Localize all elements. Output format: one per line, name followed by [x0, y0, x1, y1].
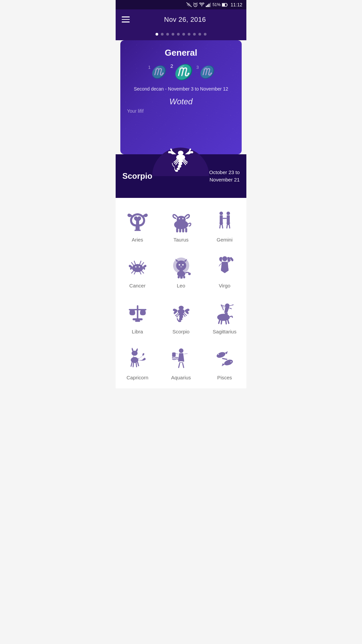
- banner-preview-1: Wo​​​​​​​​ted: [127, 97, 235, 106]
- svg-point-9: [178, 151, 184, 155]
- svg-rect-18: [179, 228, 181, 232]
- capricorn-label: Capricorn: [126, 375, 148, 380]
- dot-9[interactable]: [198, 33, 201, 36]
- zodiac-item-aries[interactable]: Aries: [116, 201, 159, 247]
- page-indicator: [116, 30, 246, 40]
- libra-label: Libra: [132, 329, 143, 334]
- cancer-label: Cancer: [129, 283, 145, 288]
- svg-point-52: [179, 264, 180, 266]
- svg-line-85: [228, 320, 229, 323]
- scorpio-grid-label: Scorpio: [173, 329, 190, 334]
- header-date: Nov 26, 2016: [130, 16, 240, 23]
- svg-rect-47: [178, 276, 180, 278]
- svg-point-96: [216, 351, 226, 359]
- gemini-icon: [211, 207, 238, 234]
- svg-point-42: [138, 266, 140, 267]
- dot-6[interactable]: [182, 33, 185, 36]
- status-icons: 51% 11:12: [186, 2, 242, 7]
- svg-rect-61: [129, 309, 146, 310]
- svg-point-21: [179, 221, 183, 223]
- decan-subtitle: Second decan - November 3 to November 12: [127, 86, 235, 92]
- svg-point-92: [179, 348, 183, 353]
- svg-rect-50: [183, 276, 185, 278]
- battery-level: 51%: [213, 2, 221, 7]
- capricorn-icon: [124, 345, 151, 372]
- decan-2: 2♏: [170, 63, 191, 81]
- taurus-label: Taurus: [173, 237, 188, 243]
- zodiac-item-leo[interactable]: Leo: [159, 247, 203, 293]
- svg-line-64: [140, 310, 141, 310]
- dot-8[interactable]: [193, 33, 196, 36]
- svg-line-88: [131, 362, 132, 366]
- svg-line-82: [219, 320, 220, 323]
- svg-point-12: [178, 165, 181, 168]
- svg-point-51: [188, 272, 191, 275]
- svg-point-99: [230, 361, 231, 362]
- zodiac-item-pisces[interactable]: Pisces: [203, 339, 246, 385]
- zodiac-item-aquarius[interactable]: Aquarius: [159, 339, 203, 385]
- svg-point-67: [179, 306, 184, 310]
- zodiac-item-capricorn[interactable]: Capricorn: [116, 339, 159, 385]
- zodiac-item-libra[interactable]: Libra: [116, 293, 159, 339]
- svg-line-89: [133, 363, 134, 367]
- svg-point-53: [182, 264, 184, 266]
- app-header: Nov 26, 2016: [116, 9, 246, 30]
- svg-point-11: [178, 162, 182, 165]
- banner-preview-2: Y​our lif​i​​​​​​​​​​​​​​​​​​​​​​​​​​​f: [127, 108, 235, 117]
- virgo-label: Virgo: [219, 283, 231, 288]
- banner-card: General 1♏ 2♏ 3♏ Second decan - November…: [120, 40, 242, 154]
- svg-rect-46: [179, 270, 183, 273]
- aquarius-icon: [168, 345, 194, 372]
- pisces-icon: [211, 345, 238, 372]
- dot-4[interactable]: [172, 33, 174, 36]
- svg-line-38: [134, 271, 136, 274]
- svg-line-36: [141, 262, 144, 266]
- svg-line-37: [131, 270, 134, 273]
- zodiac-item-gemini[interactable]: Gemini: [203, 201, 246, 247]
- dot-5[interactable]: [177, 33, 180, 36]
- svg-rect-17: [176, 228, 178, 232]
- svg-rect-5: [210, 3, 211, 7]
- pisces-label: Pisces: [217, 375, 232, 380]
- sagittarius-label: Sagittarius: [213, 329, 237, 334]
- menu-button[interactable]: [122, 16, 130, 22]
- zodiac-item-sagittarius[interactable]: Sagittarius: [203, 293, 246, 339]
- svg-point-22: [179, 218, 180, 219]
- svg-rect-60: [135, 320, 140, 322]
- svg-point-54: [180, 266, 182, 268]
- svg-rect-7: [222, 4, 225, 6]
- zodiac-item-cancer[interactable]: Cancer: [116, 247, 159, 293]
- svg-rect-49: [180, 276, 182, 279]
- zodiac-item-taurus[interactable]: Taurus: [159, 201, 203, 247]
- status-bar: 51% 11:12: [116, 0, 246, 9]
- svg-point-13: [177, 168, 180, 170]
- dot-1[interactable]: [156, 33, 158, 36]
- gemini-label: Gemini: [217, 237, 233, 243]
- svg-line-28: [222, 223, 223, 228]
- scorpio-bar: Scorpio: [116, 154, 246, 198]
- zodiac-item-virgo[interactable]: Virgo: [203, 247, 246, 293]
- svg-line-94: [179, 363, 180, 368]
- svg-rect-3: [207, 5, 208, 7]
- dot-3[interactable]: [166, 33, 169, 36]
- svg-point-98: [223, 359, 234, 366]
- banner-content: General 1♏ 2♏ 3♏ Second decan - November…: [120, 40, 242, 120]
- libra-icon: [124, 299, 151, 326]
- dot-2[interactable]: [161, 33, 164, 36]
- scorpio-icon: [161, 139, 201, 179]
- scorpio-dates: October 23 to November 21: [209, 169, 240, 184]
- zodiac-item-scorpio[interactable]: Scorpio: [159, 293, 203, 339]
- svg-line-30: [229, 223, 230, 228]
- svg-point-97: [218, 354, 219, 355]
- svg-point-55: [222, 256, 227, 261]
- svg-point-74: [179, 318, 182, 320]
- scorpio-label: Scorpio: [122, 171, 152, 181]
- svg-line-83: [221, 320, 222, 324]
- svg-point-73: [179, 315, 183, 318]
- svg-rect-93: [172, 352, 176, 357]
- svg-line-84: [226, 320, 226, 324]
- svg-line-29: [227, 223, 227, 228]
- svg-line-91: [137, 362, 138, 366]
- dot-7[interactable]: [188, 33, 190, 36]
- dot-10[interactable]: [204, 33, 206, 36]
